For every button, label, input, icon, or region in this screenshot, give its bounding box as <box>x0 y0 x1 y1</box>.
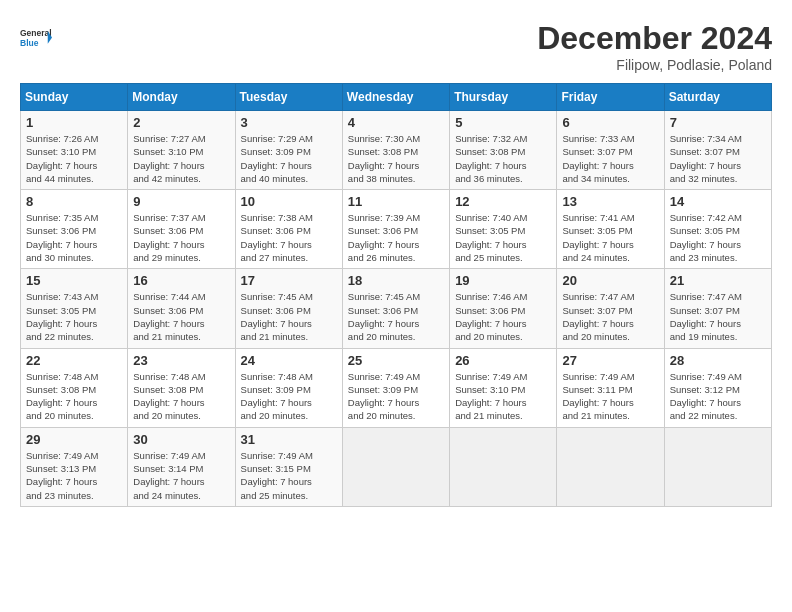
day-number: 8 <box>26 194 122 209</box>
day-number: 13 <box>562 194 658 209</box>
calendar-cell: 30Sunrise: 7:49 AM Sunset: 3:14 PM Dayli… <box>128 427 235 506</box>
day-detail: Sunrise: 7:27 AM Sunset: 3:10 PM Dayligh… <box>133 132 229 185</box>
location-subtitle: Filipow, Podlasie, Poland <box>537 57 772 73</box>
calendar-week-3: 22Sunrise: 7:48 AM Sunset: 3:08 PM Dayli… <box>21 348 772 427</box>
calendar-cell: 12Sunrise: 7:40 AM Sunset: 3:05 PM Dayli… <box>450 190 557 269</box>
day-detail: Sunrise: 7:30 AM Sunset: 3:08 PM Dayligh… <box>348 132 444 185</box>
calendar-cell: 18Sunrise: 7:45 AM Sunset: 3:06 PM Dayli… <box>342 269 449 348</box>
day-number: 16 <box>133 273 229 288</box>
day-detail: Sunrise: 7:49 AM Sunset: 3:11 PM Dayligh… <box>562 370 658 423</box>
calendar-cell: 23Sunrise: 7:48 AM Sunset: 3:08 PM Dayli… <box>128 348 235 427</box>
month-title: December 2024 <box>537 20 772 57</box>
calendar-cell: 10Sunrise: 7:38 AM Sunset: 3:06 PM Dayli… <box>235 190 342 269</box>
day-detail: Sunrise: 7:45 AM Sunset: 3:06 PM Dayligh… <box>241 290 337 343</box>
day-detail: Sunrise: 7:49 AM Sunset: 3:09 PM Dayligh… <box>348 370 444 423</box>
day-detail: Sunrise: 7:42 AM Sunset: 3:05 PM Dayligh… <box>670 211 766 264</box>
day-detail: Sunrise: 7:34 AM Sunset: 3:07 PM Dayligh… <box>670 132 766 185</box>
header: General Blue December 2024 Filipow, Podl… <box>20 20 772 73</box>
day-number: 19 <box>455 273 551 288</box>
calendar-cell <box>664 427 771 506</box>
day-number: 20 <box>562 273 658 288</box>
day-header-saturday: Saturday <box>664 84 771 111</box>
day-header-tuesday: Tuesday <box>235 84 342 111</box>
day-detail: Sunrise: 7:49 AM Sunset: 3:14 PM Dayligh… <box>133 449 229 502</box>
calendar-cell: 22Sunrise: 7:48 AM Sunset: 3:08 PM Dayli… <box>21 348 128 427</box>
day-detail: Sunrise: 7:48 AM Sunset: 3:08 PM Dayligh… <box>133 370 229 423</box>
day-number: 7 <box>670 115 766 130</box>
day-number: 25 <box>348 353 444 368</box>
day-number: 28 <box>670 353 766 368</box>
calendar-week-0: 1Sunrise: 7:26 AM Sunset: 3:10 PM Daylig… <box>21 111 772 190</box>
day-detail: Sunrise: 7:35 AM Sunset: 3:06 PM Dayligh… <box>26 211 122 264</box>
calendar-cell: 4Sunrise: 7:30 AM Sunset: 3:08 PM Daylig… <box>342 111 449 190</box>
calendar-cell: 2Sunrise: 7:27 AM Sunset: 3:10 PM Daylig… <box>128 111 235 190</box>
day-header-wednesday: Wednesday <box>342 84 449 111</box>
calendar-cell: 26Sunrise: 7:49 AM Sunset: 3:10 PM Dayli… <box>450 348 557 427</box>
calendar-cell: 29Sunrise: 7:49 AM Sunset: 3:13 PM Dayli… <box>21 427 128 506</box>
day-detail: Sunrise: 7:29 AM Sunset: 3:09 PM Dayligh… <box>241 132 337 185</box>
svg-text:Blue: Blue <box>20 38 39 48</box>
day-number: 21 <box>670 273 766 288</box>
day-number: 9 <box>133 194 229 209</box>
title-area: December 2024 Filipow, Podlasie, Poland <box>537 20 772 73</box>
day-detail: Sunrise: 7:38 AM Sunset: 3:06 PM Dayligh… <box>241 211 337 264</box>
day-number: 5 <box>455 115 551 130</box>
day-number: 30 <box>133 432 229 447</box>
calendar-cell: 28Sunrise: 7:49 AM Sunset: 3:12 PM Dayli… <box>664 348 771 427</box>
day-detail: Sunrise: 7:47 AM Sunset: 3:07 PM Dayligh… <box>670 290 766 343</box>
day-detail: Sunrise: 7:48 AM Sunset: 3:08 PM Dayligh… <box>26 370 122 423</box>
calendar-cell: 15Sunrise: 7:43 AM Sunset: 3:05 PM Dayli… <box>21 269 128 348</box>
day-header-sunday: Sunday <box>21 84 128 111</box>
day-detail: Sunrise: 7:32 AM Sunset: 3:08 PM Dayligh… <box>455 132 551 185</box>
calendar-cell: 3Sunrise: 7:29 AM Sunset: 3:09 PM Daylig… <box>235 111 342 190</box>
day-number: 22 <box>26 353 122 368</box>
day-detail: Sunrise: 7:40 AM Sunset: 3:05 PM Dayligh… <box>455 211 551 264</box>
calendar-cell: 6Sunrise: 7:33 AM Sunset: 3:07 PM Daylig… <box>557 111 664 190</box>
day-number: 3 <box>241 115 337 130</box>
calendar-cell <box>450 427 557 506</box>
day-detail: Sunrise: 7:46 AM Sunset: 3:06 PM Dayligh… <box>455 290 551 343</box>
day-number: 27 <box>562 353 658 368</box>
calendar-table: SundayMondayTuesdayWednesdayThursdayFrid… <box>20 83 772 507</box>
day-detail: Sunrise: 7:26 AM Sunset: 3:10 PM Dayligh… <box>26 132 122 185</box>
calendar-cell: 19Sunrise: 7:46 AM Sunset: 3:06 PM Dayli… <box>450 269 557 348</box>
calendar-cell <box>342 427 449 506</box>
day-detail: Sunrise: 7:49 AM Sunset: 3:10 PM Dayligh… <box>455 370 551 423</box>
day-number: 11 <box>348 194 444 209</box>
calendar-cell: 20Sunrise: 7:47 AM Sunset: 3:07 PM Dayli… <box>557 269 664 348</box>
day-number: 26 <box>455 353 551 368</box>
calendar-cell: 9Sunrise: 7:37 AM Sunset: 3:06 PM Daylig… <box>128 190 235 269</box>
day-detail: Sunrise: 7:41 AM Sunset: 3:05 PM Dayligh… <box>562 211 658 264</box>
day-number: 15 <box>26 273 122 288</box>
day-number: 2 <box>133 115 229 130</box>
calendar-cell: 11Sunrise: 7:39 AM Sunset: 3:06 PM Dayli… <box>342 190 449 269</box>
day-detail: Sunrise: 7:48 AM Sunset: 3:09 PM Dayligh… <box>241 370 337 423</box>
calendar-week-1: 8Sunrise: 7:35 AM Sunset: 3:06 PM Daylig… <box>21 190 772 269</box>
day-number: 29 <box>26 432 122 447</box>
calendar-cell: 16Sunrise: 7:44 AM Sunset: 3:06 PM Dayli… <box>128 269 235 348</box>
day-detail: Sunrise: 7:39 AM Sunset: 3:06 PM Dayligh… <box>348 211 444 264</box>
svg-text:General: General <box>20 28 52 38</box>
day-detail: Sunrise: 7:37 AM Sunset: 3:06 PM Dayligh… <box>133 211 229 264</box>
calendar-week-4: 29Sunrise: 7:49 AM Sunset: 3:13 PM Dayli… <box>21 427 772 506</box>
day-number: 17 <box>241 273 337 288</box>
logo-svg: General Blue <box>20 20 52 56</box>
day-number: 10 <box>241 194 337 209</box>
calendar-cell: 17Sunrise: 7:45 AM Sunset: 3:06 PM Dayli… <box>235 269 342 348</box>
calendar-cell: 25Sunrise: 7:49 AM Sunset: 3:09 PM Dayli… <box>342 348 449 427</box>
day-number: 4 <box>348 115 444 130</box>
day-header-monday: Monday <box>128 84 235 111</box>
calendar-cell: 1Sunrise: 7:26 AM Sunset: 3:10 PM Daylig… <box>21 111 128 190</box>
day-header-thursday: Thursday <box>450 84 557 111</box>
day-number: 18 <box>348 273 444 288</box>
day-number: 6 <box>562 115 658 130</box>
day-detail: Sunrise: 7:49 AM Sunset: 3:12 PM Dayligh… <box>670 370 766 423</box>
day-detail: Sunrise: 7:44 AM Sunset: 3:06 PM Dayligh… <box>133 290 229 343</box>
day-header-friday: Friday <box>557 84 664 111</box>
calendar-cell: 24Sunrise: 7:48 AM Sunset: 3:09 PM Dayli… <box>235 348 342 427</box>
calendar-cell: 27Sunrise: 7:49 AM Sunset: 3:11 PM Dayli… <box>557 348 664 427</box>
calendar-cell: 8Sunrise: 7:35 AM Sunset: 3:06 PM Daylig… <box>21 190 128 269</box>
calendar-cell: 5Sunrise: 7:32 AM Sunset: 3:08 PM Daylig… <box>450 111 557 190</box>
day-number: 31 <box>241 432 337 447</box>
calendar-header: SundayMondayTuesdayWednesdayThursdayFrid… <box>21 84 772 111</box>
